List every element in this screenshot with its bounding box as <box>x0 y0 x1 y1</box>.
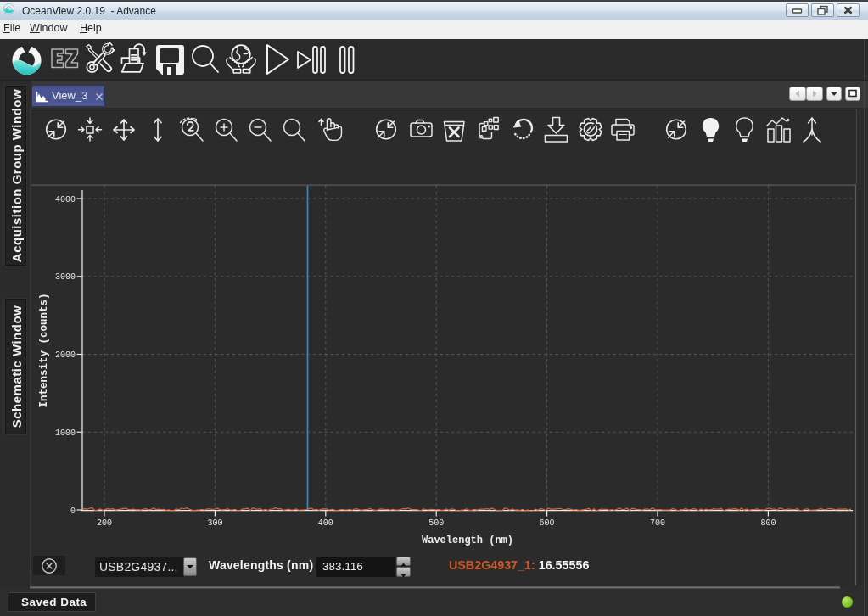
svg-text:400: 400 <box>318 518 333 528</box>
svg-text:0: 0 <box>70 507 76 516</box>
svg-text:800: 800 <box>760 518 776 528</box>
svg-text:700: 700 <box>650 518 665 528</box>
svg-text:Wavelength (nm): Wavelength (nm) <box>422 535 513 546</box>
svg-text:1000: 1000 <box>55 428 76 438</box>
svg-text:300: 300 <box>207 518 222 528</box>
svg-text:500: 500 <box>428 518 444 528</box>
svg-text:Intensity (counts): Intensity (counts) <box>38 293 50 407</box>
svg-text:200: 200 <box>97 518 112 528</box>
svg-text:2000: 2000 <box>55 350 76 360</box>
svg-text:3000: 3000 <box>55 272 76 282</box>
svg-text:600: 600 <box>540 518 555 528</box>
svg-text:4000: 4000 <box>55 195 76 204</box>
